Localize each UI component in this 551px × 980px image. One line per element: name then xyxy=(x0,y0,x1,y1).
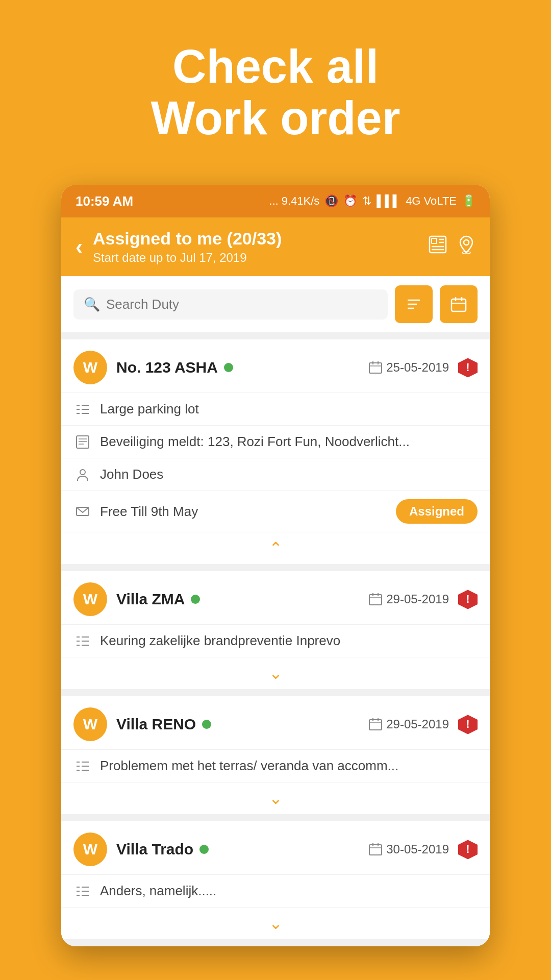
content-area: 🔍 xyxy=(61,276,490,946)
priority-badge xyxy=(458,590,478,609)
svg-point-29 xyxy=(80,470,85,475)
active-indicator xyxy=(224,363,233,372)
card-date-row: 30-05-2019 xyxy=(369,842,449,856)
avatar: W xyxy=(73,582,107,616)
card-title-wrap: Villa Trado xyxy=(116,841,360,858)
photo-gallery-button[interactable] xyxy=(429,235,447,258)
network-info: ... 9.41K/s xyxy=(269,194,319,208)
card-date: 25-05-2019 xyxy=(386,360,449,375)
work-order-card: W Villa RENO 29-05-2019 xyxy=(61,696,490,814)
alarm-icon: ⏰ xyxy=(343,194,357,208)
person-icon xyxy=(73,468,92,482)
header-icons xyxy=(429,235,475,258)
card-assignee-row: John Does xyxy=(61,458,490,491)
card-category: Problemem met het terras/ veranda van ac… xyxy=(100,758,398,774)
work-order-card: W No. 123 ASHA 25-05-2019 xyxy=(61,339,490,564)
notes-icon xyxy=(73,435,92,449)
collapse-icon: ⌃ xyxy=(269,538,283,558)
active-indicator xyxy=(191,595,200,604)
card-description-row: Beveiliging meldt: 123, Rozi Fort Fun, N… xyxy=(61,426,490,458)
status-time: 10:59 AM xyxy=(76,193,133,209)
svg-rect-41 xyxy=(369,720,382,730)
card-title-wrap: Villa RENO xyxy=(116,716,360,733)
card-toggle-row[interactable]: ⌄ xyxy=(61,908,490,939)
card-toggle-row[interactable]: ⌃ xyxy=(61,532,490,564)
work-order-card: W Villa ZMA 29-05-2019 xyxy=(61,571,490,689)
card-header-row[interactable]: W Villa Trado 30-05-2019 xyxy=(61,821,490,875)
calendar-button[interactable] xyxy=(440,285,478,323)
card-title-wrap: Villa ZMA xyxy=(116,591,360,608)
card-category: Keuring zakelijke brandpreventie Inprevo xyxy=(100,633,340,649)
map-location-button[interactable] xyxy=(457,235,475,258)
svg-rect-31 xyxy=(369,595,382,605)
promo-section: Check all Work order xyxy=(0,0,551,175)
card-name: Villa ZMA xyxy=(116,591,185,608)
card-date: 30-05-2019 xyxy=(386,842,449,856)
card-header-row[interactable]: W Villa ZMA 29-05-2019 xyxy=(61,571,490,625)
calendar-icon xyxy=(369,361,382,374)
avatar: W xyxy=(73,351,107,384)
card-toggle-row[interactable]: ⌄ xyxy=(61,657,490,689)
card-header-row[interactable]: W Villa RENO 29-05-2019 xyxy=(61,696,490,750)
card-category-row: Problemem met het terras/ veranda van ac… xyxy=(61,750,490,782)
status-right: ... 9.41K/s 📵 ⏰ ⇅ ▌▌▌ 4G VoLTE 🔋 xyxy=(269,194,475,208)
back-button[interactable]: ‹ xyxy=(76,235,83,259)
calendar-icon xyxy=(369,843,382,856)
card-title-wrap: No. 123 ASHA xyxy=(116,359,360,376)
svg-rect-1 xyxy=(432,238,437,243)
expand-icon: ⌄ xyxy=(269,789,283,808)
phone-mockup: 10:59 AM ... 9.41K/s 📵 ⏰ ⇅ ▌▌▌ 4G VoLTE … xyxy=(61,185,490,946)
sync-icon: ⇅ xyxy=(362,194,371,208)
list-icon xyxy=(73,884,92,898)
card-name: Villa Trado xyxy=(116,841,193,858)
card-status-row: Free Till 9th May Assigned xyxy=(61,491,490,532)
vibrate-icon: 📵 xyxy=(324,194,338,208)
card-date-row: 29-05-2019 xyxy=(369,717,449,731)
search-icon: 🔍 xyxy=(84,297,100,312)
svg-rect-15 xyxy=(369,363,382,373)
card-date: 29-05-2019 xyxy=(386,717,449,731)
card-date: 29-05-2019 xyxy=(386,592,449,606)
calendar-icon xyxy=(369,718,382,731)
card-description: Beveiliging meldt: 123, Rozi Fort Fun, N… xyxy=(100,434,410,450)
svg-rect-51 xyxy=(369,845,382,855)
expand-icon: ⌄ xyxy=(269,914,283,933)
cards-list: W No. 123 ASHA 25-05-2019 xyxy=(61,332,490,946)
card-category: Large parking lot xyxy=(100,401,199,417)
active-indicator xyxy=(199,845,209,854)
header-subtitle: Start date up to Jul 17, 2019 xyxy=(93,251,418,265)
status-badge: Assigned xyxy=(396,499,478,524)
promo-title: Check all Work order xyxy=(151,41,400,144)
svg-rect-11 xyxy=(452,299,466,311)
card-date-row: 29-05-2019 xyxy=(369,592,449,606)
card-header-row[interactable]: W No. 123 ASHA 25-05-2019 xyxy=(61,339,490,393)
battery-icon: 🔋 xyxy=(462,194,475,208)
header-title: Assigned to me (20/33) xyxy=(93,229,418,249)
header-text: Assigned to me (20/33) Start date up to … xyxy=(93,229,418,265)
card-toggle-row[interactable]: ⌄ xyxy=(61,782,490,814)
card-name: Villa RENO xyxy=(116,716,196,733)
card-category: Anders, namelijk..... xyxy=(100,883,216,899)
card-category-row: Large parking lot xyxy=(61,393,490,426)
svg-point-6 xyxy=(464,240,469,245)
search-bar-wrap: 🔍 xyxy=(61,276,490,332)
work-order-card: W Villa Trado 30-05-2019 xyxy=(61,821,490,939)
card-category-row: Anders, namelijk..... xyxy=(61,875,490,908)
card-category-row: Keuring zakelijke brandpreventie Inprevo xyxy=(61,625,490,657)
sort-button[interactable] xyxy=(395,285,433,323)
list-icon xyxy=(73,634,92,648)
calendar-icon xyxy=(369,593,382,606)
card-assignee: John Does xyxy=(100,467,163,482)
list-icon xyxy=(73,759,92,773)
card-date-row: 25-05-2019 xyxy=(369,360,449,375)
active-indicator xyxy=(202,720,211,729)
status-bar: 10:59 AM ... 9.41K/s 📵 ⏰ ⇅ ▌▌▌ 4G VoLTE … xyxy=(61,185,490,217)
search-input[interactable] xyxy=(106,297,378,312)
signal-strength: ▌▌▌ xyxy=(377,194,400,208)
card-schedule: Free Till 9th May xyxy=(100,504,198,520)
avatar: W xyxy=(73,707,107,741)
app-header: ‹ Assigned to me (20/33) Start date up t… xyxy=(61,217,490,276)
email-icon xyxy=(73,504,92,519)
expand-icon: ⌄ xyxy=(269,664,283,683)
list-icon xyxy=(73,402,92,416)
